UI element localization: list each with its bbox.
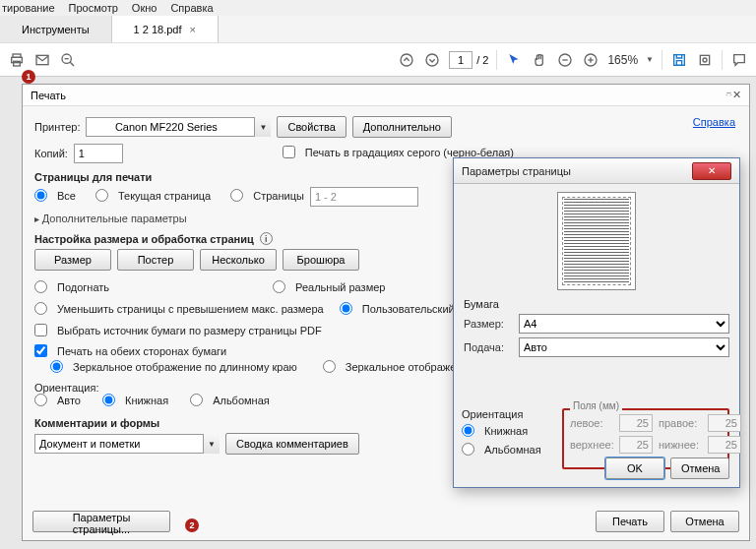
page-up-icon[interactable] [398, 51, 415, 69]
radio-pages[interactable]: Страницы [230, 189, 304, 202]
help-link[interactable]: Справка [693, 116, 735, 128]
mail-icon[interactable] [33, 51, 51, 69]
radio-shrink[interactable]: Уменьшить страницы с превышением макс. р… [34, 302, 324, 315]
svg-point-8 [426, 54, 438, 66]
comments-select[interactable]: ▼ [34, 434, 220, 454]
svg-rect-15 [676, 60, 681, 65]
copies-input[interactable] [74, 144, 123, 163]
orient-landscape[interactable]: Альбомная [190, 394, 270, 406]
cancel-button[interactable]: Отмена [670, 458, 729, 479]
chevron-down-icon[interactable]: ▼ [254, 117, 271, 137]
page-counter: / 2 [449, 51, 488, 69]
zoom-level[interactable]: 165% [607, 53, 638, 67]
radio-long-edge[interactable]: Зеркальное отображение по длинному краю [50, 360, 297, 373]
page-setup-title: Параметры страницы [462, 165, 692, 177]
radio-all[interactable]: Все [34, 189, 76, 202]
margin-left-input[interactable] [619, 414, 653, 432]
copies-label: Копий: [34, 148, 68, 159]
svg-point-17 [703, 58, 707, 62]
ok-button[interactable]: OK [605, 458, 664, 479]
tab-file[interactable]: 1 2 18.pdf × [112, 16, 219, 42]
menu-window[interactable]: Окно [132, 2, 158, 14]
page-current-input[interactable] [449, 51, 472, 69]
paper-size-label: Размер: [464, 318, 513, 330]
margin-top-label: верхнее: [570, 439, 613, 451]
paper-size-select[interactable]: A4 [519, 314, 729, 334]
print-icon[interactable] [8, 51, 26, 69]
tab-tools[interactable]: Инструменты [0, 16, 112, 42]
svg-point-7 [401, 54, 412, 66]
pages-range-input[interactable] [310, 187, 418, 207]
cancel-button[interactable]: Отмена [670, 511, 739, 532]
menu-help[interactable]: Справка [170, 2, 213, 14]
margin-right-input[interactable] [708, 414, 741, 432]
badge-1: 1 [22, 70, 35, 84]
page-total-label: / 2 [476, 54, 488, 66]
comments-summary-button[interactable]: Сводка комментариев [225, 433, 359, 455]
paper-group-label: Бумага [464, 298, 729, 310]
svg-rect-16 [700, 55, 709, 64]
orient-auto[interactable]: Авто [34, 394, 81, 406]
page-setup-titlebar: Параметры страницы ✕ [454, 158, 739, 184]
printer-select-input[interactable] [86, 117, 271, 137]
size-button[interactable]: Размер [34, 249, 111, 271]
divider [722, 50, 723, 70]
comment-icon[interactable] [730, 51, 748, 69]
tab-tools-label: Инструменты [22, 24, 90, 35]
radio-current[interactable]: Текущая страница [95, 189, 211, 202]
tool-misc-icon[interactable] [696, 51, 714, 69]
menu-edit[interactable]: тирование [2, 2, 55, 14]
ps-orient-portrait[interactable]: Книжная [462, 424, 541, 437]
paper-feed-select[interactable]: Авто [519, 337, 729, 357]
page-preview [557, 192, 636, 290]
ps-orient-landscape[interactable]: Альбомная [462, 443, 541, 456]
print-button[interactable]: Печать [596, 511, 664, 532]
booklet-button[interactable]: Брошюра [283, 249, 359, 271]
orientation-group-label: Ориентация [462, 408, 541, 420]
radio-fit[interactable]: Подогнать [34, 280, 109, 293]
printer-select[interactable]: ▼ [86, 117, 271, 137]
zoom-out-icon[interactable] [59, 51, 77, 69]
divider [662, 50, 662, 70]
margin-bottom-input[interactable] [708, 436, 741, 454]
pointer-icon[interactable] [505, 51, 523, 69]
margin-left-label: левое: [570, 417, 613, 429]
close-icon[interactable]: × [190, 24, 196, 35]
close-button[interactable]: ✕ [692, 162, 731, 180]
hand-icon[interactable] [531, 51, 548, 69]
page-down-icon[interactable] [423, 51, 441, 69]
menu-view[interactable]: Просмотр [69, 2, 118, 14]
multiple-button[interactable]: Несколько [200, 249, 277, 271]
menu-bar: тирование Просмотр Окно Справка [0, 0, 756, 16]
tab-bar: Инструменты 1 2 18.pdf × [0, 16, 756, 43]
advanced-button[interactable]: Дополнительно [352, 116, 452, 138]
zoom-minus-icon[interactable] [556, 51, 574, 69]
badge-2: 2 [185, 518, 199, 532]
paper-feed-label: Подача: [464, 341, 513, 353]
chevron-down-icon[interactable]: ▼ [203, 434, 220, 454]
zoom-plus-icon[interactable] [582, 51, 599, 69]
margins-label: Поля (мм) [570, 400, 622, 411]
comments-select-input[interactable] [34, 434, 220, 454]
printer-label: Принтер: [34, 121, 80, 133]
divider [496, 50, 497, 70]
margin-top-input[interactable] [619, 436, 653, 454]
tab-file-label: 1 2 18.pdf [134, 24, 182, 35]
print-dialog-title: Печать [31, 90, 66, 101]
toolbar: / 2 165% ▼ [0, 43, 756, 77]
margin-right-label: правое: [659, 417, 702, 429]
chevron-down-icon[interactable]: ▼ [646, 55, 654, 64]
page-setup-dialog: Параметры страницы ✕ Бумага Размер: A4 П… [453, 157, 740, 488]
svg-line-5 [70, 62, 74, 66]
properties-button[interactable]: Свойства [277, 116, 346, 138]
page-setup-button[interactable]: Параметры страницы... [32, 511, 170, 532]
poster-button[interactable]: Постер [117, 249, 194, 271]
print-dialog-titlebar: Печать ✕ [23, 85, 749, 106]
save-icon[interactable] [670, 51, 688, 69]
orient-portrait[interactable]: Книжная [102, 394, 168, 406]
margin-bottom-label: нижнее: [659, 439, 702, 451]
info-icon[interactable]: i [260, 232, 273, 245]
close-icon[interactable]: ✕ [725, 89, 741, 101]
radio-actual[interactable]: Реальный размер [273, 280, 385, 293]
